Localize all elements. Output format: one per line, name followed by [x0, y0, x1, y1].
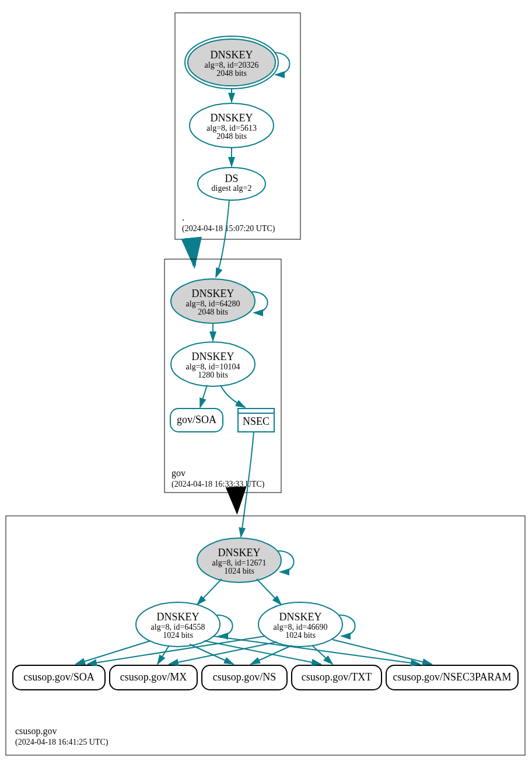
csusop-nsec3param-label: csusop.gov/NSEC3PARAM	[393, 671, 512, 683]
root-ds-meta: digest alg=2	[212, 184, 252, 193]
csusop-zsk1-node: DNSKEY alg=8, id=64558 1024 bits	[136, 602, 220, 647]
edge-ksk-zsk1	[197, 579, 222, 605]
csusop-ksk-title: DNSKEY	[218, 547, 260, 558]
csusop-mx-label: csusop.gov/MX	[120, 671, 187, 683]
root-ksk-node: DNSKEY alg=8, id=20326 2048 bits	[185, 36, 278, 89]
zone-root-name: .	[182, 212, 184, 222]
e-z2-txt	[312, 645, 332, 664]
gov-ksk-bits: 2048 bits	[198, 308, 228, 316]
zone-gov-name: gov	[172, 468, 186, 479]
root-ds-title: DS	[225, 173, 238, 184]
zone-gov-ts: (2024-04-18 16:33:33 UTC)	[172, 480, 265, 489]
e-z2-ns	[251, 645, 292, 664]
root-ksk-bits: 2048 bits	[216, 69, 247, 78]
root-ksk-meta: alg=8, id=20326	[205, 61, 259, 69]
csusop-zsk2-title: DNSKEY	[279, 611, 321, 623]
csusop-ksk-bits: 1024 bits	[224, 567, 254, 575]
gov-nsec-label: NSEC	[243, 416, 270, 427]
csusop-ksk-meta: alg=8, id=12671	[212, 558, 267, 567]
zone-csusop-ts: (2024-04-18 16:41:25 UTC)	[15, 738, 108, 747]
csusop-zsk2-bits: 1024 bits	[285, 631, 316, 640]
csusop-txt-label: csusop.gov/TXT	[302, 671, 372, 683]
root-ds-node: DS digest alg=2	[198, 167, 265, 200]
gov-ksk-node: DNSKEY alg=8, id=64280 2048 bits	[171, 279, 255, 323]
edge-root-to-gov	[194, 239, 198, 266]
gov-soa-label: gov/SOA	[177, 414, 216, 425]
gov-nsec-node: NSEC	[238, 409, 274, 432]
gov-zsk-node: DNSKEY alg=8, id=10104 1280 bits	[171, 342, 255, 386]
edge-gov-to-csusop	[236, 493, 237, 508]
gov-ksk-meta: alg=8, id=64280	[186, 299, 240, 308]
csusop-zsk2-node: DNSKEY alg=8, id=46690 1024 bits	[258, 602, 342, 647]
csusop-soa-label: csusop.gov/SOA	[23, 671, 94, 683]
e-z1-mx	[158, 645, 169, 664]
root-zsk-title: DNSKEY	[210, 112, 253, 124]
root-zsk-meta: alg=8, id=5613	[206, 124, 257, 132]
gov-ksk-title: DNSKEY	[191, 288, 234, 299]
csusop-ksk-node: DNSKEY alg=8, id=12671 1024 bits	[197, 538, 281, 582]
root-zsk-node: DNSKEY alg=8, id=5613 2048 bits	[190, 103, 274, 148]
csusop-zsk1-meta: alg=8, id=64558	[151, 623, 205, 631]
root-zsk-bits: 2048 bits	[216, 132, 247, 141]
edge-ksk-zsk2	[257, 579, 281, 605]
csusop-zsk1-bits: 1024 bits	[163, 631, 193, 640]
zone-csusop-name: csusop.gov	[15, 726, 57, 736]
edge-gov-zsk-nsec	[220, 385, 245, 407]
root-ksk-title: DNSKEY	[210, 49, 253, 61]
csusop-ns-label: csusop.gov/NS	[213, 671, 276, 683]
zone-root-ts: (2024-04-18 15:07:20 UTC)	[182, 224, 275, 233]
csusop-zsk1-title: DNSKEY	[156, 611, 199, 623]
gov-zsk-bits: 1280 bits	[198, 371, 228, 379]
gov-zsk-title: DNSKEY	[191, 351, 234, 362]
dnssec-diagram: . (2024-04-18 15:07:20 UTC) DNSKEY alg=8…	[0, 0, 532, 761]
gov-zsk-meta: alg=8, id=10104	[186, 362, 240, 371]
e-z2-n3p	[332, 640, 432, 664]
csusop-zsk2-meta: alg=8, id=46690	[274, 623, 328, 631]
edge-ds-to-gov-ksk	[216, 200, 229, 277]
edge-gov-zsk-soa	[200, 385, 207, 407]
